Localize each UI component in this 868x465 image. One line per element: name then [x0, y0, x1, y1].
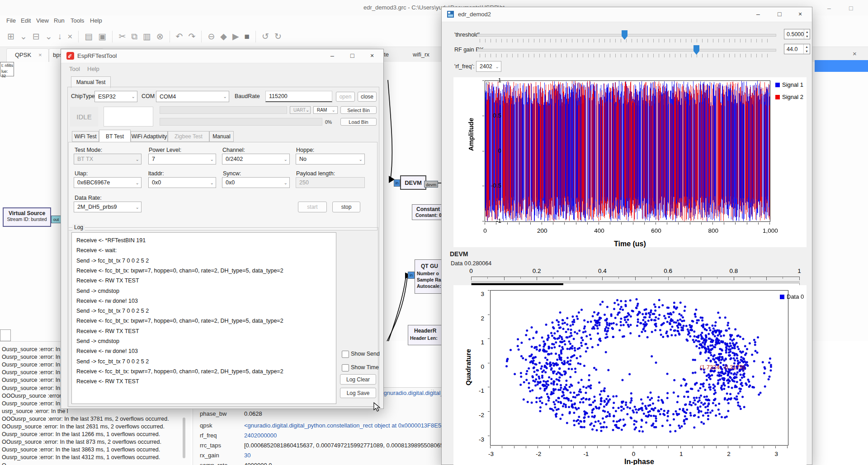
- log-line: Receive <- fcc_bt_tx: txpwr=7, hoppe=0, …: [76, 368, 283, 375]
- new-file-chevron-icon[interactable]: ⌄: [20, 32, 27, 41]
- rotate-cw-icon[interactable]: ↻: [274, 32, 282, 41]
- grc-devm-port-in[interactable]: in: [394, 179, 400, 187]
- demod-minimize-icon[interactable]: –: [756, 10, 760, 18]
- select-bin-button[interactable]: Select Bin: [340, 106, 377, 114]
- spinner-arrows-icon[interactable]: ▲▼: [804, 45, 810, 53]
- hoppe-combo[interactable]: No⌄: [296, 154, 365, 164]
- esprf-menu-help[interactable]: Help: [87, 66, 99, 72]
- delete-icon[interactable]: ⊗: [156, 32, 164, 41]
- stop-icon[interactable]: ■: [245, 32, 250, 41]
- esprf-close-icon[interactable]: ×: [370, 52, 374, 59]
- new-file-icon[interactable]: ⊞: [7, 32, 14, 41]
- panel-close-icon[interactable]: ×: [853, 50, 857, 57]
- undo-icon[interactable]: ↶: [176, 32, 183, 41]
- load-bin-button[interactable]: Load Bin: [340, 118, 377, 126]
- constellation-plot-area[interactable]: (1.7324, -0.3179): [490, 290, 788, 446]
- grc-block-header[interactable]: HeaderR Header Len:: [408, 325, 444, 345]
- spinner-arrows-icon[interactable]: ▲▼: [804, 30, 810, 38]
- chiptype-combo[interactable]: ESP32⌄: [94, 91, 137, 102]
- channel-combo[interactable]: 0/2402⌄: [222, 154, 290, 164]
- menu-file[interactable]: File: [6, 17, 16, 24]
- log-save-button[interactable]: Log Save: [340, 388, 376, 398]
- rf-gain-slider-handle[interactable]: [693, 45, 699, 55]
- os-maximize-icon[interactable]: □: [849, 5, 853, 12]
- payload-length-input[interactable]: 250: [296, 177, 365, 188]
- esprf-maximize-icon[interactable]: □: [350, 52, 354, 59]
- tab-wifi-test[interactable]: WiFi Test: [72, 131, 99, 142]
- toolbar-separator: [112, 31, 113, 42]
- uart-combo[interactable]: UART⌄: [290, 106, 311, 114]
- rf-freq-combo[interactable]: 2402⌄: [476, 61, 501, 72]
- esprf-menu-tool[interactable]: Tool: [69, 66, 80, 72]
- tab-wifi-adaptivity[interactable]: WiFi Adaptivity: [131, 131, 168, 142]
- open-file-chevron-icon[interactable]: ⌄: [45, 32, 52, 41]
- menu-view[interactable]: View: [36, 17, 49, 24]
- show-time-checkbox[interactable]: [342, 364, 349, 371]
- espressif-logo-icon: [66, 52, 74, 60]
- demod-close-icon[interactable]: ×: [798, 10, 802, 18]
- rf-gain-spinbox[interactable]: 44.0▲▼: [784, 44, 810, 54]
- ulap-combo[interactable]: 0x6BC6967e⌄: [74, 177, 142, 188]
- find-icon[interactable]: ◆: [220, 32, 227, 41]
- baudrate-input[interactable]: 115200: [265, 91, 332, 102]
- open-file-icon[interactable]: ⊟: [33, 32, 40, 41]
- report-icon[interactable]: ▤: [85, 32, 93, 41]
- errors-icon[interactable]: ⊖: [208, 32, 215, 41]
- power-level-combo[interactable]: 7⌄: [148, 154, 216, 164]
- grc-block-devm[interactable]: DEVM: [400, 175, 426, 190]
- esprf-minimize-icon[interactable]: –: [330, 52, 334, 59]
- menu-tools[interactable]: Tools: [71, 17, 84, 24]
- tab-manual[interactable]: Manual: [209, 131, 234, 142]
- log-clear-button[interactable]: Log Clear: [340, 374, 376, 385]
- console-line: Ousrp_source :error: In th: [2, 385, 66, 391]
- console-scrollbar[interactable]: [183, 418, 185, 458]
- grc-tab-qpsk[interactable]: QPSK ×: [6, 48, 49, 62]
- rotate-ccw-icon[interactable]: ↺: [262, 32, 269, 41]
- demod-titlebar[interactable]: edr_demod2 – □ ×: [442, 7, 812, 22]
- show-send-checkbox[interactable]: [342, 351, 349, 358]
- cut-icon[interactable]: ✂: [118, 32, 126, 41]
- grc-port-out[interactable]: out: [51, 216, 61, 223]
- com-combo[interactable]: COM4⌄: [156, 91, 229, 102]
- save-icon[interactable]: ↓: [58, 32, 62, 41]
- tab-bt-test[interactable]: BT Test: [99, 130, 131, 142]
- grc-block-virtual-source[interactable]: Virtual Source Stream ID: bursted: [3, 207, 51, 227]
- selection-highlight-bar[interactable]: [815, 60, 868, 72]
- threshold-spinbox[interactable]: 0.5000▲▼: [784, 29, 810, 39]
- copy-icon[interactable]: ⧉: [131, 32, 137, 41]
- redo-icon[interactable]: ↷: [189, 32, 196, 41]
- grc-qtgui-port-in[interactable]: in: [408, 272, 415, 279]
- syncw-combo[interactable]: 0x0⌄: [222, 177, 290, 188]
- paste-icon[interactable]: ▥: [143, 32, 151, 41]
- close-file-icon[interactable]: ×: [67, 32, 72, 41]
- demod-maximize-icon[interactable]: □: [778, 10, 781, 18]
- menu-help[interactable]: Help: [90, 17, 102, 24]
- prop-value: 0.0628: [244, 410, 262, 417]
- menu-edit[interactable]: Edit: [21, 17, 31, 24]
- grc-tab-wifi-rx[interactable]: wifi_rx: [413, 51, 429, 58]
- tab-close-icon[interactable]: ×: [38, 52, 42, 58]
- stop-button[interactable]: stop: [332, 202, 360, 212]
- menu-run[interactable]: Run: [54, 17, 65, 24]
- time-plot-area[interactable]: ▽: [485, 80, 770, 222]
- screenshot-icon[interactable]: ▣: [98, 32, 106, 41]
- ltaddr-combo[interactable]: 0x0⌄: [148, 177, 216, 188]
- rf-gain-slider-track[interactable]: [477, 49, 776, 52]
- open-button[interactable]: open: [336, 92, 355, 102]
- threshold-slider-handle[interactable]: [622, 30, 627, 40]
- os-minimize-icon[interactable]: –: [827, 5, 831, 12]
- data-rate-combo[interactable]: 2M_DH5_prbs9⌄: [74, 202, 142, 212]
- tab-zigbee-test[interactable]: Zigbee Test: [168, 131, 209, 142]
- grc-block-partial[interactable]: t: nfilts lue: 32: [0, 62, 14, 76]
- grc-devm-port-out[interactable]: devm: [424, 181, 438, 188]
- test-mode-combo[interactable]: BT TX⌄: [74, 154, 142, 164]
- start-button[interactable]: start: [298, 202, 327, 212]
- log-area[interactable]: Receive <- *RFTestBIN 191Receive <- wait…: [71, 232, 336, 404]
- grc-block-partial-bottom[interactable]: [0, 329, 11, 341]
- esprf-titlebar[interactable]: EspRFTestTool – □ ×: [61, 49, 383, 63]
- pane-resize-grip[interactable]: ∷: [431, 388, 434, 393]
- ram-combo[interactable]: RAM⌄: [313, 106, 338, 114]
- close-button[interactable]: close: [358, 92, 377, 102]
- chevron-down-icon: ⌄: [136, 157, 139, 162]
- run-icon[interactable]: ▶: [232, 32, 239, 41]
